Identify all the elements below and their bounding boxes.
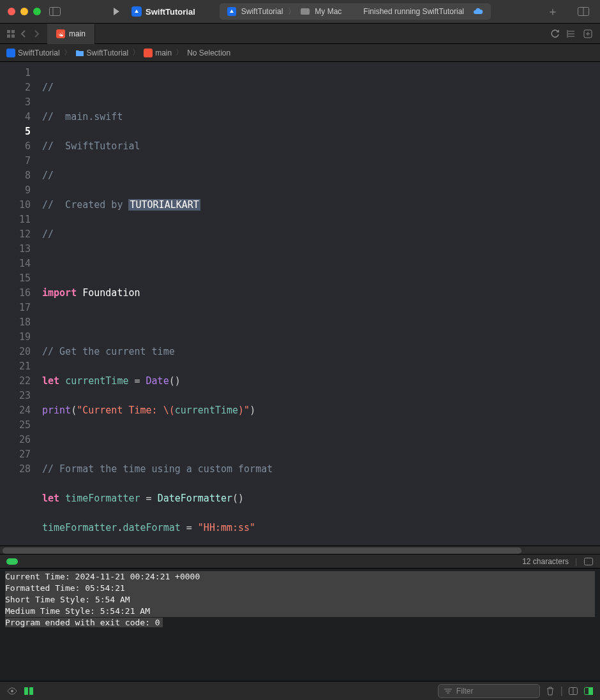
debug-console[interactable]: Current Time: 2024-11-21 00:24:21 +0000 … xyxy=(0,569,600,681)
line-number[interactable]: 2 xyxy=(0,80,31,95)
line-number[interactable]: 6 xyxy=(0,139,31,154)
add-editor-button[interactable]: ＋ xyxy=(547,4,559,19)
line-number[interactable]: 19 xyxy=(0,330,31,345)
titlebar: SwiftTutorial SwiftTutorial 〉 My Mac Fin… xyxy=(0,0,600,24)
crumb-folder[interactable]: SwiftTutorial xyxy=(75,48,129,57)
line-number[interactable]: 17 xyxy=(0,301,31,315)
code-editor[interactable]: 1234567891011121314151617181920212223242… xyxy=(0,62,600,546)
svg-rect-0 xyxy=(50,8,61,16)
line-number[interactable]: 24 xyxy=(0,403,31,418)
scrollbar-thumb[interactable] xyxy=(3,547,521,554)
line-number[interactable]: 7 xyxy=(0,154,31,168)
line-number[interactable]: 3 xyxy=(0,95,31,110)
status-scheme: SwiftTutorial xyxy=(241,7,283,16)
line-number[interactable]: 22 xyxy=(0,374,31,389)
console-filter-input[interactable]: Filter xyxy=(438,684,540,698)
line-number[interactable]: 15 xyxy=(0,271,31,286)
svg-rect-6 xyxy=(11,30,15,33)
svg-point-20 xyxy=(11,690,13,692)
variables-view-icon[interactable] xyxy=(568,686,578,696)
filter-placeholder: Filter xyxy=(456,687,474,696)
project-icon xyxy=(6,48,15,57)
scheme-selector[interactable]: SwiftTutorial xyxy=(131,6,195,17)
folder-icon xyxy=(75,48,84,57)
add-assistant-icon[interactable] xyxy=(581,27,595,41)
crumb-selection[interactable]: No Selection xyxy=(187,48,230,57)
project-name: SwiftTutorial xyxy=(146,7,195,17)
close-window-button[interactable] xyxy=(8,8,15,15)
char-count: 12 characters xyxy=(522,557,569,566)
minimap-toggle-icon[interactable] xyxy=(583,556,594,567)
line-number[interactable]: 4 xyxy=(0,110,31,124)
line-number[interactable]: 18 xyxy=(0,315,31,330)
line-number[interactable]: 26 xyxy=(0,433,31,447)
line-number[interactable]: 12 xyxy=(0,227,31,242)
line-number[interactable]: 21 xyxy=(0,359,31,374)
status-pill-icon xyxy=(6,558,18,565)
svg-rect-7 xyxy=(7,34,10,38)
scheme-app-icon xyxy=(227,7,236,16)
run-button[interactable] xyxy=(107,4,125,19)
back-button[interactable] xyxy=(18,27,29,41)
adjust-editor-icon[interactable] xyxy=(564,27,578,41)
trash-icon[interactable] xyxy=(545,686,555,696)
line-number[interactable]: 8 xyxy=(0,168,31,183)
library-button[interactable] xyxy=(574,4,592,19)
console-line: Current Time: 2024-11-21 00:24:21 +0000 xyxy=(5,571,595,583)
line-number[interactable]: 23 xyxy=(0,389,31,403)
editor-statusbar: 12 characters | xyxy=(0,555,600,569)
zoom-window-button[interactable] xyxy=(33,8,41,15)
tab-label: main xyxy=(69,29,86,38)
window-controls xyxy=(8,8,41,15)
crumb-project[interactable]: SwiftTutorial xyxy=(6,48,60,57)
toggle-navigator-icon[interactable] xyxy=(46,4,64,19)
horizontal-scrollbar[interactable] xyxy=(0,546,600,555)
console-line: Short Time Style: 5:54 AM xyxy=(5,594,595,606)
chevron-right-icon: 〉 xyxy=(64,47,71,58)
console-line: Program ended with exit code: 0 xyxy=(5,618,163,627)
svg-rect-18 xyxy=(144,48,153,57)
crumb-file[interactable]: main xyxy=(144,48,172,57)
jump-bar[interactable]: SwiftTutorial 〉 SwiftTutorial 〉 main 〉 N… xyxy=(0,44,600,62)
mac-destination-icon xyxy=(301,8,310,15)
svg-rect-21 xyxy=(24,687,28,695)
code-area[interactable]: // // main.swift // SwiftTutorial // // … xyxy=(37,62,600,546)
status-text: Finished running SwiftTutorial xyxy=(363,7,464,16)
activity-status[interactable]: SwiftTutorial 〉 My Mac Finished running … xyxy=(220,3,491,20)
console-line: Formatted Time: 05:54:21 xyxy=(5,583,595,594)
line-number[interactable]: 11 xyxy=(0,212,31,227)
line-number[interactable]: 10 xyxy=(0,198,31,212)
line-number[interactable]: 25 xyxy=(0,418,31,433)
svg-rect-19 xyxy=(585,558,593,565)
line-number[interactable]: 16 xyxy=(0,286,31,301)
svg-rect-22 xyxy=(29,687,33,695)
line-gutter[interactable]: 1234567891011121314151617181920212223242… xyxy=(0,62,37,546)
filter-icon xyxy=(444,688,453,694)
related-items-icon[interactable] xyxy=(5,27,17,41)
line-number[interactable]: 5 xyxy=(0,124,31,139)
line-number[interactable]: 14 xyxy=(0,257,31,271)
svg-rect-5 xyxy=(7,30,10,33)
console-line: Medium Time Style: 5:54:21 AM xyxy=(5,606,595,617)
chevron-right-icon: 〉 xyxy=(176,47,183,58)
forward-button[interactable] xyxy=(31,27,42,41)
breakpoint-icon[interactable] xyxy=(23,685,34,697)
view-debugger-icon[interactable] xyxy=(6,685,18,697)
chevron-right-icon: 〉 xyxy=(288,6,296,17)
app-icon xyxy=(131,6,142,17)
line-number[interactable]: 9 xyxy=(0,183,31,198)
refresh-icon[interactable] xyxy=(548,27,562,41)
line-number[interactable]: 28 xyxy=(0,462,31,477)
svg-rect-17 xyxy=(6,48,15,57)
line-number[interactable]: 27 xyxy=(0,447,31,462)
tab-main[interactable]: main xyxy=(47,24,95,44)
svg-rect-8 xyxy=(11,34,15,38)
line-number[interactable]: 20 xyxy=(0,345,31,359)
console-view-icon[interactable] xyxy=(583,686,594,696)
line-number[interactable]: 1 xyxy=(0,66,31,80)
tab-bar: main xyxy=(0,24,600,44)
svg-rect-29 xyxy=(589,687,593,695)
minimize-window-button[interactable] xyxy=(20,8,28,15)
cloud-status-icon xyxy=(473,8,483,15)
line-number[interactable]: 13 xyxy=(0,242,31,257)
